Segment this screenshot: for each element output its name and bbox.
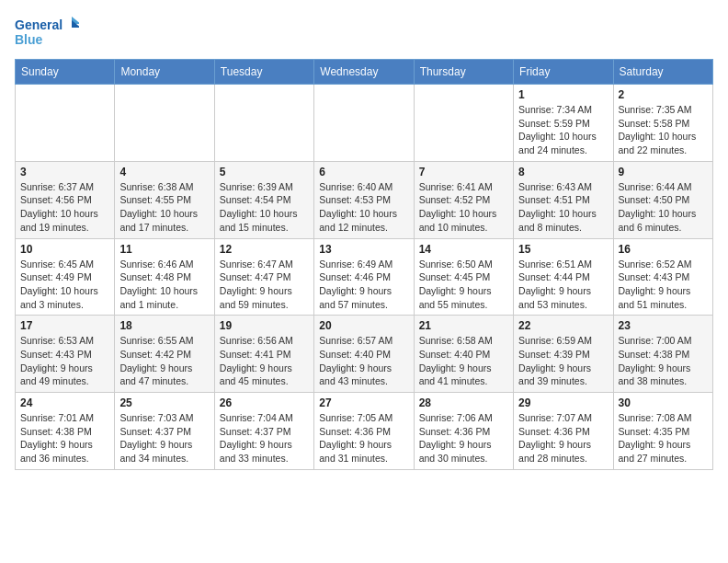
calendar-cell: 28Sunrise: 7:06 AMSunset: 4:36 PMDayligh… [414, 393, 513, 470]
day-info: Sunrise: 7:35 AMSunset: 5:58 PMDaylight:… [619, 103, 708, 157]
day-info: Sunrise: 7:03 AMSunset: 4:37 PMDaylight:… [119, 411, 209, 465]
day-info: Sunrise: 7:07 AMSunset: 4:36 PMDaylight:… [518, 411, 608, 465]
calendar-table: SundayMondayTuesdayWednesdayThursdayFrid… [15, 59, 713, 470]
day-info: Sunrise: 6:57 AMSunset: 4:40 PMDaylight:… [319, 334, 408, 388]
logo: General Blue [15, 15, 79, 52]
day-number: 24 [20, 396, 109, 409]
day-number: 8 [518, 166, 608, 178]
calendar-cell: 29Sunrise: 7:07 AMSunset: 4:36 PMDayligh… [514, 393, 613, 470]
calendar-cell [414, 85, 513, 162]
calendar-cell: 27Sunrise: 7:05 AMSunset: 4:36 PMDayligh… [314, 393, 414, 470]
calendar-cell: 8Sunrise: 6:43 AMSunset: 4:51 PMDaylight… [514, 161, 613, 238]
day-info: Sunrise: 7:05 AMSunset: 4:36 PMDaylight:… [319, 411, 408, 465]
calendar-cell: 25Sunrise: 7:03 AMSunset: 4:37 PMDayligh… [115, 393, 214, 470]
day-number: 18 [119, 319, 209, 332]
day-number: 2 [619, 88, 708, 101]
day-number: 22 [518, 319, 608, 332]
day-header-friday: Friday [514, 60, 613, 85]
day-info: Sunrise: 7:34 AMSunset: 5:59 PMDaylight:… [518, 103, 608, 157]
calendar-week-2: 3Sunrise: 6:37 AMSunset: 4:56 PMDaylight… [16, 161, 713, 238]
day-header-sunday: Sunday [16, 60, 115, 85]
calendar-cell: 2Sunrise: 7:35 AMSunset: 5:58 PMDaylight… [613, 85, 712, 162]
svg-text:General: General [15, 17, 63, 32]
day-info: Sunrise: 7:08 AMSunset: 4:35 PMDaylight:… [619, 411, 708, 465]
day-info: Sunrise: 6:41 AMSunset: 4:52 PMDaylight:… [419, 180, 508, 235]
day-number: 29 [518, 396, 608, 409]
day-info: Sunrise: 6:38 AMSunset: 4:55 PMDaylight:… [119, 180, 209, 235]
calendar-cell: 24Sunrise: 7:01 AMSunset: 4:38 PMDayligh… [16, 393, 115, 470]
day-info: Sunrise: 6:39 AMSunset: 4:54 PMDaylight:… [220, 180, 309, 235]
calendar-cell: 20Sunrise: 6:57 AMSunset: 4:40 PMDayligh… [314, 316, 414, 393]
day-number: 10 [20, 243, 109, 256]
day-info: Sunrise: 6:43 AMSunset: 4:51 PMDaylight:… [518, 180, 608, 235]
calendar-cell [16, 85, 115, 162]
day-header-thursday: Thursday [414, 60, 513, 85]
calendar-cell: 17Sunrise: 6:53 AMSunset: 4:43 PMDayligh… [16, 316, 115, 393]
day-number: 9 [619, 166, 708, 178]
calendar-cell: 26Sunrise: 7:04 AMSunset: 4:37 PMDayligh… [214, 393, 313, 470]
calendar-cell [115, 85, 214, 162]
calendar-cell: 10Sunrise: 6:45 AMSunset: 4:49 PMDayligh… [16, 238, 115, 316]
day-number: 15 [518, 243, 608, 256]
day-number: 12 [220, 243, 309, 256]
calendar-cell: 1Sunrise: 7:34 AMSunset: 5:59 PMDaylight… [514, 85, 613, 162]
day-number: 4 [119, 166, 209, 178]
calendar-week-3: 10Sunrise: 6:45 AMSunset: 4:49 PMDayligh… [16, 238, 713, 316]
day-info: Sunrise: 7:06 AMSunset: 4:36 PMDaylight:… [419, 411, 508, 465]
day-info: Sunrise: 6:55 AMSunset: 4:42 PMDaylight:… [119, 334, 209, 388]
day-info: Sunrise: 6:59 AMSunset: 4:39 PMDaylight:… [518, 334, 608, 388]
day-info: Sunrise: 6:49 AMSunset: 4:46 PMDaylight:… [319, 258, 408, 312]
calendar-cell: 23Sunrise: 7:00 AMSunset: 4:38 PMDayligh… [613, 316, 712, 393]
calendar-cell: 11Sunrise: 6:46 AMSunset: 4:48 PMDayligh… [115, 238, 214, 316]
calendar-cell [314, 85, 414, 162]
calendar-cell: 22Sunrise: 6:59 AMSunset: 4:39 PMDayligh… [514, 316, 613, 393]
day-header-saturday: Saturday [613, 60, 712, 85]
day-number: 20 [319, 319, 408, 332]
calendar-cell: 14Sunrise: 6:50 AMSunset: 4:45 PMDayligh… [414, 238, 513, 316]
calendar-week-5: 24Sunrise: 7:01 AMSunset: 4:38 PMDayligh… [16, 393, 713, 470]
day-number: 7 [419, 166, 508, 178]
calendar-cell: 15Sunrise: 6:51 AMSunset: 4:44 PMDayligh… [514, 238, 613, 316]
calendar-cell: 19Sunrise: 6:56 AMSunset: 4:41 PMDayligh… [214, 316, 313, 393]
svg-text:Blue: Blue [15, 32, 43, 47]
day-info: Sunrise: 6:56 AMSunset: 4:41 PMDaylight:… [220, 334, 309, 388]
calendar-cell: 4Sunrise: 6:38 AMSunset: 4:55 PMDaylight… [115, 161, 214, 238]
calendar-cell: 7Sunrise: 6:41 AMSunset: 4:52 PMDaylight… [414, 161, 513, 238]
day-number: 6 [319, 166, 408, 178]
calendar-week-4: 17Sunrise: 6:53 AMSunset: 4:43 PMDayligh… [16, 316, 713, 393]
day-number: 3 [20, 166, 109, 178]
day-number: 30 [619, 396, 708, 409]
day-number: 27 [319, 396, 408, 409]
page-header: General Blue [15, 15, 713, 52]
day-number: 5 [220, 166, 309, 178]
day-info: Sunrise: 6:52 AMSunset: 4:43 PMDaylight:… [619, 258, 708, 312]
day-info: Sunrise: 6:44 AMSunset: 4:50 PMDaylight:… [619, 180, 708, 235]
calendar-cell: 13Sunrise: 6:49 AMSunset: 4:46 PMDayligh… [314, 238, 414, 316]
day-number: 16 [619, 243, 708, 256]
day-header-wednesday: Wednesday [314, 60, 414, 85]
calendar-cell: 6Sunrise: 6:40 AMSunset: 4:53 PMDaylight… [314, 161, 414, 238]
day-info: Sunrise: 6:40 AMSunset: 4:53 PMDaylight:… [319, 180, 408, 235]
day-number: 28 [419, 396, 508, 409]
calendar-cell: 18Sunrise: 6:55 AMSunset: 4:42 PMDayligh… [115, 316, 214, 393]
day-number: 21 [419, 319, 508, 332]
day-info: Sunrise: 6:58 AMSunset: 4:40 PMDaylight:… [419, 334, 508, 388]
day-info: Sunrise: 6:50 AMSunset: 4:45 PMDaylight:… [419, 258, 508, 312]
day-info: Sunrise: 6:46 AMSunset: 4:48 PMDaylight:… [119, 258, 209, 312]
calendar-cell: 12Sunrise: 6:47 AMSunset: 4:47 PMDayligh… [214, 238, 313, 316]
day-info: Sunrise: 6:53 AMSunset: 4:43 PMDaylight:… [20, 334, 109, 388]
day-number: 23 [619, 319, 708, 332]
calendar-header-row: SundayMondayTuesdayWednesdayThursdayFrid… [16, 60, 713, 85]
calendar-cell [214, 85, 313, 162]
day-number: 13 [319, 243, 408, 256]
day-number: 11 [119, 243, 209, 256]
day-number: 19 [220, 319, 309, 332]
day-number: 25 [119, 396, 209, 409]
day-number: 17 [20, 319, 109, 332]
calendar-week-1: 1Sunrise: 7:34 AMSunset: 5:59 PMDaylight… [16, 85, 713, 162]
day-info: Sunrise: 6:37 AMSunset: 4:56 PMDaylight:… [20, 180, 109, 235]
day-info: Sunrise: 7:01 AMSunset: 4:38 PMDaylight:… [20, 411, 109, 465]
day-header-monday: Monday [115, 60, 214, 85]
day-number: 1 [518, 88, 608, 101]
calendar-cell: 30Sunrise: 7:08 AMSunset: 4:35 PMDayligh… [613, 393, 712, 470]
